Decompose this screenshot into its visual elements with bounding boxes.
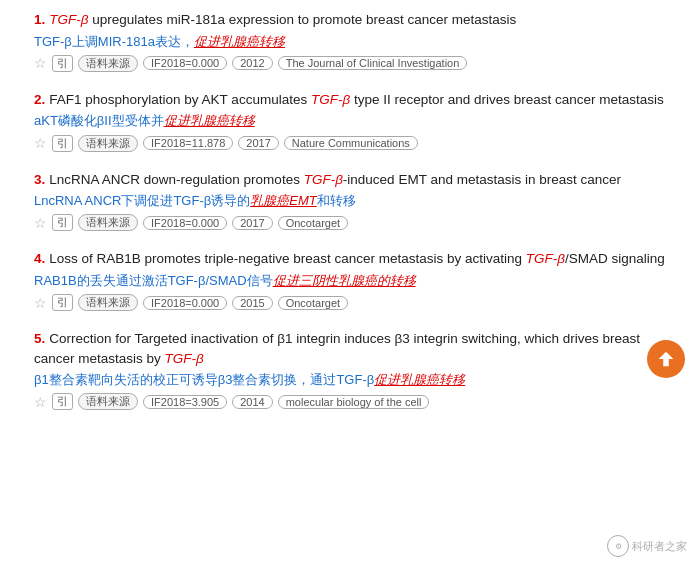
result-meta-4: ☆ 引 语料来源 IF2018=0.000 2015 Oncotarget <box>34 294 683 311</box>
journal-badge-5: molecular biology of the cell <box>278 395 430 409</box>
source-tag-5[interactable]: 语料来源 <box>78 393 138 410</box>
star-icon-3[interactable]: ☆ <box>34 215 47 231</box>
result-meta-5: ☆ 引 语料来源 IF2018=3.905 2014 molecular bio… <box>34 393 683 410</box>
tgf-beta: TGF-β <box>165 351 204 366</box>
result-cn-3: LncRNA ANCR下调促进TGF-β诱导的乳腺癌EMT和转移 <box>34 192 683 210</box>
if-badge-1: IF2018=0.000 <box>143 56 227 70</box>
source-tag-4[interactable]: 语料来源 <box>78 294 138 311</box>
result-num-4: 4. <box>34 251 45 266</box>
journal-badge-1: The Journal of Clinical Investigation <box>278 56 468 70</box>
journal-badge-4: Oncotarget <box>278 296 348 310</box>
cn-highlight: 促进乳腺癌转移 <box>194 34 285 49</box>
cite-button-3[interactable]: 引 <box>52 214 73 231</box>
if-badge-3: IF2018=0.000 <box>143 216 227 230</box>
result-num-1: 1. <box>34 12 45 27</box>
watermark-text: 科研者之家 <box>632 539 687 554</box>
if-badge-5: IF2018=3.905 <box>143 395 227 409</box>
cn-highlight: 促进乳腺癌转移 <box>374 372 465 387</box>
result-cn-5: β1整合素靶向失活的校正可诱导β3整合素切换，通过TGF-β促进乳腺癌转移 <box>34 371 683 389</box>
result-cn-2: aKT磷酸化βII型受体并促进乳腺癌转移 <box>34 112 683 130</box>
result-title-2: 2.FAF1 phosphorylation by AKT accumulate… <box>34 90 683 110</box>
result-meta-3: ☆ 引 语料来源 IF2018=0.000 2017 Oncotarget <box>34 214 683 231</box>
result-title-5: 5.Correction for Targeted inactivation o… <box>34 329 683 368</box>
year-badge-1: 2012 <box>232 56 272 70</box>
source-tag-2[interactable]: 语料来源 <box>78 135 138 152</box>
result-item-2: 2.FAF1 phosphorylation by AKT accumulate… <box>34 90 683 152</box>
cite-button-2[interactable]: 引 <box>52 135 73 152</box>
year-badge-2: 2017 <box>238 136 278 150</box>
result-title-4: 4.Loss of RAB1B promotes triple-negative… <box>34 249 683 269</box>
cn-highlight: 乳腺癌EMT <box>250 193 316 208</box>
result-cn-4: RAB1B的丢失通过激活TGF-β/SMAD信号促进三阴性乳腺癌的转移 <box>34 272 683 290</box>
result-title-1: 1.TGF-β upregulates miR-181a expression … <box>34 10 683 30</box>
source-tag-3[interactable]: 语料来源 <box>78 214 138 231</box>
result-num-5: 5. <box>34 331 45 346</box>
cn-highlight: 促进三阴性乳腺癌的 <box>273 273 390 288</box>
journal-badge-3: Oncotarget <box>278 216 348 230</box>
tgf-beta: TGF-β <box>304 172 343 187</box>
watermark-icon: ⚙ <box>607 535 629 557</box>
journal-badge-2: Nature Communications <box>284 136 418 150</box>
result-item-4: 4.Loss of RAB1B promotes triple-negative… <box>34 249 683 311</box>
cite-button-1[interactable]: 引 <box>52 55 73 72</box>
tgf-beta: TGF-β <box>49 12 88 27</box>
year-badge-3: 2017 <box>232 216 272 230</box>
result-item-1: 1.TGF-β upregulates miR-181a expression … <box>34 10 683 72</box>
scroll-up-button[interactable] <box>647 340 685 378</box>
if-badge-4: IF2018=0.000 <box>143 296 227 310</box>
result-title-3: 3.LncRNA ANCR down-regulation promotes T… <box>34 170 683 190</box>
result-meta-1: ☆ 引 语料来源 IF2018=0.000 2012 The Journal o… <box>34 55 683 72</box>
result-meta-2: ☆ 引 语料来源 IF2018=11.878 2017 Nature Commu… <box>34 135 683 152</box>
year-badge-5: 2014 <box>232 395 272 409</box>
cite-button-4[interactable]: 引 <box>52 294 73 311</box>
year-badge-4: 2015 <box>232 296 272 310</box>
tgf-beta: TGF-β <box>311 92 350 107</box>
result-num-2: 2. <box>34 92 45 107</box>
star-icon-1[interactable]: ☆ <box>34 55 47 71</box>
star-icon-4[interactable]: ☆ <box>34 295 47 311</box>
star-icon-5[interactable]: ☆ <box>34 394 47 410</box>
if-badge-2: IF2018=11.878 <box>143 136 233 150</box>
cn-highlight: 促进乳腺癌转移 <box>164 113 255 128</box>
watermark: ⚙ 科研者之家 <box>607 535 687 557</box>
result-num-3: 3. <box>34 172 45 187</box>
tgf-beta: TGF-β <box>526 251 565 266</box>
source-tag-1[interactable]: 语料来源 <box>78 55 138 72</box>
result-item-5: 5.Correction for Targeted inactivation o… <box>34 329 683 410</box>
result-cn-1: TGF-β上调MIR-181a表达，促进乳腺癌转移 <box>34 33 683 51</box>
star-icon-2[interactable]: ☆ <box>34 135 47 151</box>
result-item-3: 3.LncRNA ANCR down-regulation promotes T… <box>34 170 683 232</box>
cite-button-5[interactable]: 引 <box>52 393 73 410</box>
